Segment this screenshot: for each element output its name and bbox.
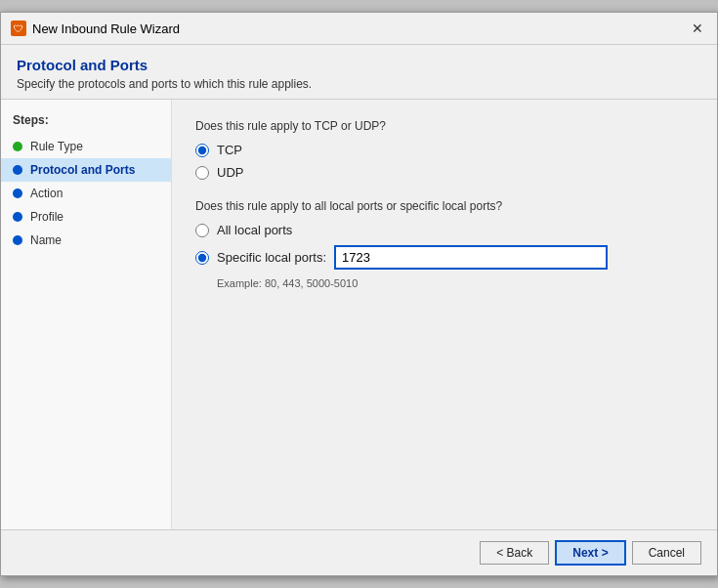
back-button[interactable]: < Back	[480, 541, 549, 565]
port-example: Example: 80, 443, 5000-5010	[217, 277, 694, 289]
step-dot-action	[13, 189, 22, 198]
steps-panel: Steps: Rule Type Protocol and Ports Acti…	[1, 100, 172, 529]
protocol-radio-group: TCP UDP	[195, 143, 694, 180]
step-dot-protocol	[13, 165, 22, 175]
window-icon: 🛡	[11, 21, 26, 36]
ports-question: Does this rule apply to all local ports …	[195, 199, 694, 213]
title-bar: 🛡 New Inbound Rule Wizard ✕	[1, 13, 717, 45]
tcp-radio[interactable]	[195, 144, 209, 157]
main-window: 🛡 New Inbound Rule Wizard ✕ Protocol and…	[0, 12, 718, 576]
step-dot-profile	[13, 212, 22, 222]
specific-local-label[interactable]: Specific local ports:	[217, 250, 326, 265]
udp-radio-row: UDP	[195, 165, 694, 180]
content-area: Steps: Rule Type Protocol and Ports Acti…	[1, 100, 717, 529]
all-local-label[interactable]: All local ports	[217, 223, 292, 237]
specific-local-radio[interactable]	[195, 251, 209, 265]
sidebar-item-protocol-and-ports[interactable]: Protocol and Ports	[1, 158, 171, 182]
window-title: New Inbound Rule Wizard	[32, 21, 180, 36]
main-panel: Does this rule apply to TCP or UDP? TCP …	[172, 100, 717, 529]
ports-section: Does this rule apply to all local ports …	[195, 199, 694, 289]
sidebar-item-name[interactable]: Name	[1, 229, 171, 252]
header-subtitle: Specify the protocols and ports to which…	[17, 77, 701, 91]
cancel-button[interactable]: Cancel	[632, 541, 701, 565]
step-dot-rule-type	[13, 142, 22, 151]
all-local-radio[interactable]	[195, 224, 209, 237]
port-input[interactable]	[334, 245, 608, 270]
udp-radio[interactable]	[195, 166, 209, 180]
next-button[interactable]: Next >	[555, 540, 625, 566]
tcp-label[interactable]: TCP	[217, 143, 242, 157]
tcp-radio-row: TCP	[195, 143, 694, 157]
step-label-name: Name	[30, 233, 62, 247]
specific-ports-radio-row: Specific local ports:	[195, 245, 694, 270]
sidebar-item-rule-type[interactable]: Rule Type	[1, 135, 171, 158]
header-section: Protocol and Ports Specify the protocols…	[1, 45, 717, 100]
step-dot-name	[13, 235, 22, 245]
steps-label: Steps:	[1, 109, 171, 135]
step-label-action: Action	[30, 187, 63, 200]
udp-label[interactable]: UDP	[217, 165, 243, 180]
header-title: Protocol and Ports	[17, 57, 701, 73]
bottom-bar: < Back Next > Cancel	[1, 529, 717, 575]
close-button[interactable]: ✕	[688, 19, 707, 38]
step-label-protocol: Protocol and Ports	[30, 163, 135, 177]
step-label-profile: Profile	[30, 210, 63, 224]
protocol-question: Does this rule apply to TCP or UDP?	[195, 119, 694, 133]
title-bar-left: 🛡 New Inbound Rule Wizard	[11, 21, 180, 36]
sidebar-item-profile[interactable]: Profile	[1, 205, 171, 229]
step-label-rule-type: Rule Type	[30, 140, 83, 153]
all-ports-radio-row: All local ports	[195, 223, 694, 237]
sidebar-item-action[interactable]: Action	[1, 182, 171, 205]
ports-radio-group: All local ports Specific local ports: Ex…	[195, 223, 694, 289]
